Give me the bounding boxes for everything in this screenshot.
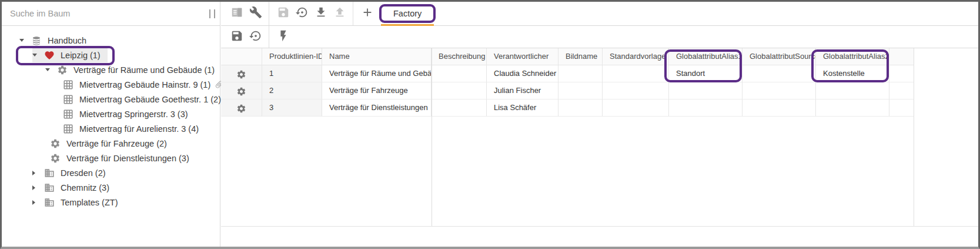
app-window: HandbuchLeipzig (1)Verträge für Räume un… <box>0 0 980 249</box>
cell-source[interactable] <box>742 65 816 82</box>
row-gear-icon[interactable] <box>236 103 246 113</box>
grid-header-alias2[interactable]: GlobalattributAlias2 <box>816 48 889 65</box>
tree-item-content: Templates (ZT) <box>32 195 118 210</box>
tree-item[interactable]: Mietvertrag Gebäude Hainstr. 9 (1) <box>2 77 220 92</box>
cell-name[interactable]: Verträge für Dienstleistungen <box>322 99 432 117</box>
tree-item-label: Chemnitz (3) <box>61 183 109 192</box>
tree-item[interactable]: Mietvertrag Springerstr. 3 (3) <box>2 107 220 121</box>
grid-flash-button[interactable] <box>276 30 290 44</box>
cell-bildname[interactable] <box>558 82 603 99</box>
chevron-right-icon[interactable] <box>32 185 44 190</box>
table-icon <box>63 124 73 134</box>
cell-alias2[interactable] <box>816 82 889 99</box>
search-input[interactable] <box>2 9 220 18</box>
cell-standardvorlage[interactable] <box>603 82 669 99</box>
grid-header-alias1[interactable]: GlobalattributAlias1 <box>669 48 742 65</box>
cell-beschreibung[interactable] <box>432 65 487 82</box>
tree-item-label: Mietvertrag Gebäude Hainstr. 9 (1) <box>79 80 210 89</box>
row-action-cell <box>221 82 262 99</box>
toolbar-separator <box>353 2 353 25</box>
table-row[interactable]: 2Verträge für FahrzeugeJulian Fischer <box>221 82 914 99</box>
product-lines-grid: Produktlinien-IDNameBeschreibungVerantwo… <box>221 48 978 227</box>
cell-alias1[interactable] <box>669 82 742 99</box>
tree-item[interactable]: Chemnitz (3) <box>2 180 220 195</box>
cell-source[interactable] <box>742 82 816 99</box>
navigation-tree: HandbuchLeipzig (1)Verträge für Räume un… <box>2 26 220 210</box>
flash-icon <box>277 29 290 45</box>
save-button[interactable] <box>276 6 290 21</box>
cell-bildname[interactable] <box>558 99 603 117</box>
tree-item[interactable]: Dresden (2) <box>2 165 220 180</box>
table-row[interactable]: 1Verträge für Räume und GebäudeClaudia S… <box>221 65 914 82</box>
save-icon <box>277 6 290 21</box>
tab-factory[interactable]: Factory <box>379 4 436 23</box>
tree-item[interactable]: Verträge für Fahrzeuge (2) <box>2 136 220 151</box>
splitter-handle[interactable] <box>209 9 215 18</box>
main-panel: Factory Produktlinien-IDNameBeschreibung… <box>221 2 978 247</box>
tree-item-content: Handbuch <box>19 33 86 48</box>
upload-icon <box>333 6 346 21</box>
cell-standardvorlage[interactable] <box>603 65 669 82</box>
tree-item[interactable]: Templates (ZT) <box>2 195 220 210</box>
cell-alias1[interactable] <box>669 99 742 117</box>
row-filler <box>889 99 914 117</box>
download-button[interactable] <box>314 6 328 21</box>
add-tab-button[interactable] <box>360 6 374 21</box>
row-gear-icon[interactable] <box>236 69 246 79</box>
tree-item[interactable]: Verträge für Dienstleistungen (3) <box>2 151 220 165</box>
building-icon <box>44 182 55 193</box>
grid-body: 1Verträge für Räume und GebäudeClaudia S… <box>221 65 978 117</box>
tree-item[interactable]: Mietvertrag für Aurelienstr. 3 (4) <box>2 121 220 136</box>
tree-item[interactable]: Leipzig (1) <box>2 48 220 62</box>
form-view-button[interactable] <box>230 6 244 21</box>
heart-icon <box>44 50 55 61</box>
grid-restore-button[interactable] <box>249 30 263 44</box>
save-icon <box>230 29 243 45</box>
tree-item[interactable]: Mietvertrag Gebäude Goethestr. 1 (2) <box>2 92 220 107</box>
cell-verantwortlicher[interactable]: Lisa Schäfer <box>487 99 558 117</box>
cell-alias2[interactable]: Kostenstelle <box>816 65 889 82</box>
configure-button[interactable] <box>249 6 263 21</box>
grid-header-verantwortlicher[interactable]: Verantwortlicher <box>487 48 558 65</box>
cell-id[interactable]: 1 <box>262 65 322 82</box>
cell-alias2[interactable] <box>816 99 889 117</box>
grid-header-beschreibung[interactable]: Beschreibung <box>432 48 487 65</box>
tree-item[interactable]: Handbuch <box>2 33 220 48</box>
table-icon <box>63 109 73 119</box>
cell-beschreibung[interactable] <box>432 82 487 99</box>
chevron-right-icon[interactable] <box>32 200 44 205</box>
chevron-down-icon[interactable] <box>19 39 31 42</box>
cell-id[interactable]: 3 <box>262 99 322 117</box>
cell-name[interactable]: Verträge für Räume und Gebäude <box>322 65 432 82</box>
cell-source[interactable] <box>742 99 816 117</box>
tree-item-content: Verträge für Fahrzeuge (2) <box>50 136 167 151</box>
chevron-down-icon[interactable] <box>32 54 44 57</box>
cell-name[interactable]: Verträge für Fahrzeuge <box>322 82 432 99</box>
cell-standardvorlage[interactable] <box>603 99 669 117</box>
grid-header-standardvorlage[interactable]: Standardvorlage <box>603 48 669 65</box>
grid-header-name[interactable]: Name <box>322 48 432 65</box>
restore-button[interactable] <box>295 6 309 21</box>
grid-header-source[interactable]: GlobalattributSource <box>742 48 816 65</box>
chevron-right-icon[interactable] <box>32 171 44 175</box>
tree-item-label: Dresden (2) <box>61 168 106 178</box>
cell-id[interactable]: 2 <box>262 82 322 99</box>
grid-header-bildname[interactable]: Bildname <box>558 48 603 65</box>
cell-bildname[interactable] <box>558 65 603 82</box>
table-icon <box>63 94 73 105</box>
tree-item[interactable]: Verträge für Räume und Gebäude (1) <box>2 62 220 77</box>
row-gear-icon[interactable] <box>236 86 246 96</box>
chevron-down-icon[interactable] <box>45 68 57 71</box>
cell-beschreibung[interactable] <box>432 99 487 117</box>
tree-item-content: Verträge für Dienstleistungen (3) <box>50 151 189 165</box>
grid-header-row: Produktlinien-IDNameBeschreibungVerantwo… <box>221 48 914 65</box>
tree-item-label: Templates (ZT) <box>61 198 118 207</box>
table-row[interactable]: 3Verträge für DienstleistungenLisa Schäf… <box>221 99 914 117</box>
upload-button[interactable] <box>333 6 347 21</box>
download-icon <box>315 6 327 21</box>
grid-header-id[interactable]: Produktlinien-ID <box>262 48 322 65</box>
cell-verantwortlicher[interactable]: Julian Fischer <box>487 82 558 99</box>
grid-save-button[interactable] <box>230 30 244 44</box>
cell-verantwortlicher[interactable]: Claudia Schneider <box>487 65 558 82</box>
cell-alias1[interactable]: Standort <box>669 65 742 82</box>
